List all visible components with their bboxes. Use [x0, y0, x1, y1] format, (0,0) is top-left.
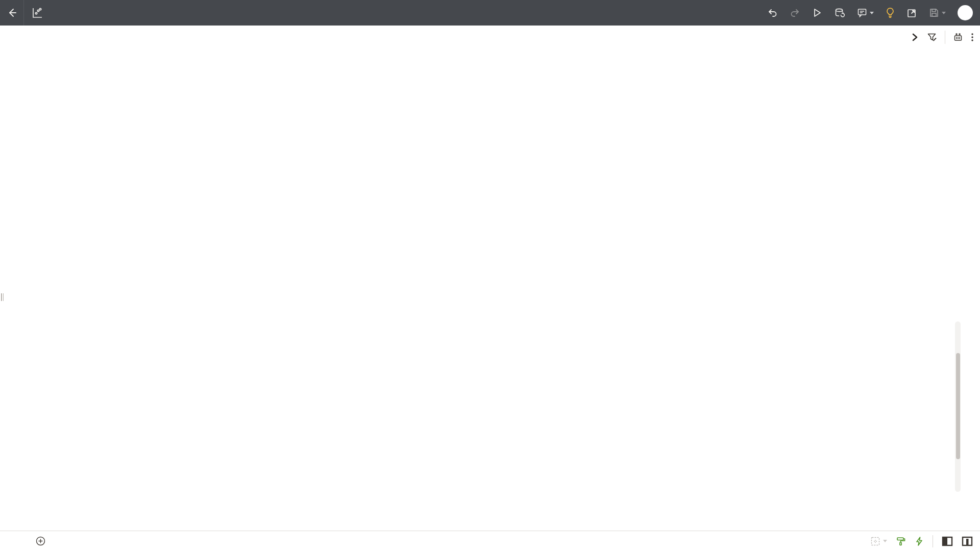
canvas-settings-icon[interactable] — [953, 32, 963, 42]
table-scrollbar[interactable] — [955, 321, 961, 492]
canvas-drag-handle[interactable] — [1, 293, 4, 301]
bar-chart-plot[interactable] — [499, 61, 980, 244]
line-chart-card — [12, 54, 489, 247]
header-toolbar — [767, 0, 973, 26]
run-play-icon[interactable] — [812, 8, 822, 18]
canvas-layout-icon[interactable] — [870, 536, 887, 546]
filter-bar-controls — [910, 29, 974, 45]
style-roller-icon[interactable] — [896, 536, 906, 546]
comments-icon[interactable] — [857, 8, 874, 18]
bar-chart-card — [499, 54, 980, 247]
open-in-new-window-icon[interactable] — [906, 8, 917, 18]
header-divider — [23, 0, 24, 26]
canvas-layout-caret-icon — [883, 540, 887, 542]
app-header — [0, 0, 980, 26]
table-container — [12, 321, 961, 492]
account-avatar[interactable] — [958, 5, 973, 20]
receipt-details-section — [12, 310, 968, 492]
filter-bar — [0, 26, 980, 49]
canvas-tab-bar — [0, 531, 980, 551]
expand-filters-chevron-icon[interactable] — [910, 33, 919, 42]
comments-caret-icon — [870, 12, 874, 14]
refresh-data-icon[interactable] — [834, 8, 845, 18]
filter-bar-divider — [945, 31, 945, 44]
back-arrow-icon[interactable] — [0, 0, 23, 26]
filter-funnel-icon[interactable] — [927, 32, 937, 42]
save-icon[interactable] — [929, 8, 946, 18]
panel-right-toggle-icon[interactable] — [962, 536, 973, 546]
canvas-toolbar-divider — [933, 535, 933, 547]
canvas-toolbar — [870, 531, 973, 551]
insights-bulb-icon[interactable] — [886, 7, 895, 18]
panel-left-toggle-icon[interactable] — [942, 536, 953, 546]
line-chart-plot[interactable] — [12, 61, 489, 244]
kebab-menu-icon[interactable] — [971, 32, 974, 42]
save-caret-icon — [942, 12, 946, 14]
add-canvas-icon[interactable] — [36, 536, 45, 546]
table-scrollbar-thumb[interactable] — [956, 353, 960, 459]
analytics-logo-icon — [31, 7, 43, 19]
auto-apply-bolt-icon[interactable] — [915, 536, 924, 546]
undo-icon[interactable] — [767, 8, 778, 18]
redo-icon[interactable] — [790, 8, 800, 18]
